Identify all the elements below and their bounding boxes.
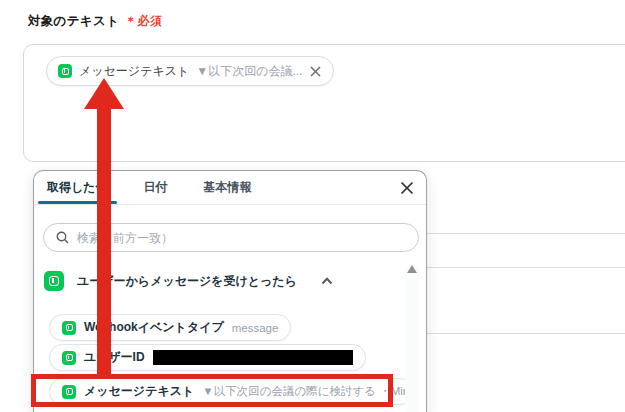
field-label: 対象のテキスト: [28, 13, 119, 30]
item-label: メッセージテキスト: [84, 383, 194, 400]
list-item-message-text[interactable]: メッセージテキスト ▼以下次回の会議の際に検討する ・Miro ・...: [49, 378, 413, 405]
line-app-icon: [58, 64, 72, 78]
field-label-row: 対象のテキスト ＊必須: [28, 13, 163, 30]
item-value: message: [232, 322, 279, 334]
search-icon: [56, 231, 69, 244]
scroll-up-arrow-icon[interactable]: [407, 265, 417, 273]
group-label: ユーザーからメッセージを受けとったら: [77, 273, 297, 290]
tab-date[interactable]: 日付: [135, 171, 177, 204]
chip-value-preview: ▼以下次回の会議...: [196, 63, 302, 80]
line-app-icon: [44, 271, 64, 291]
line-app-icon: [62, 351, 76, 365]
list-item-user-id[interactable]: ユーザーID: [49, 344, 366, 371]
close-icon[interactable]: [399, 180, 415, 196]
item-label: Webhookイベントタイプ: [84, 319, 224, 336]
search-box[interactable]: [43, 223, 419, 252]
tab-retrieved-values[interactable]: 取得した値: [38, 171, 117, 204]
chevron-up-icon[interactable]: [321, 277, 333, 285]
inserted-variable-chip[interactable]: メッセージテキスト ▼以下次回の会議...: [46, 56, 334, 86]
group-row-trigger[interactable]: ユーザーからメッセージを受けとったら: [44, 271, 333, 291]
required-badge: ＊必須: [125, 13, 163, 30]
line-app-icon: [62, 385, 76, 399]
item-label: ユーザーID: [84, 349, 145, 366]
line-app-icon: [62, 321, 76, 335]
redacted-value: [153, 350, 353, 365]
tab-basic-info[interactable]: 基本情報: [195, 171, 261, 204]
item-value: ▼以下次回の会議の際に検討する ・Miro ・...: [202, 384, 413, 399]
variable-picker-popup: 取得した値 日付 基本情報 ユーザーからメッセージを受けとったら Webhook…: [33, 170, 427, 412]
popup-tab-bar: 取得した値 日付 基本情報: [34, 171, 426, 205]
search-input[interactable]: [75, 230, 406, 246]
target-text-input[interactable]: メッセージテキスト ▼以下次回の会議...: [23, 44, 625, 162]
chip-label: メッセージテキスト: [79, 63, 189, 80]
list-item-webhook-event-type[interactable]: Webhookイベントタイプ message: [49, 314, 291, 341]
chip-remove-icon[interactable]: [309, 65, 322, 78]
scrollbar-track[interactable]: [405, 263, 419, 412]
